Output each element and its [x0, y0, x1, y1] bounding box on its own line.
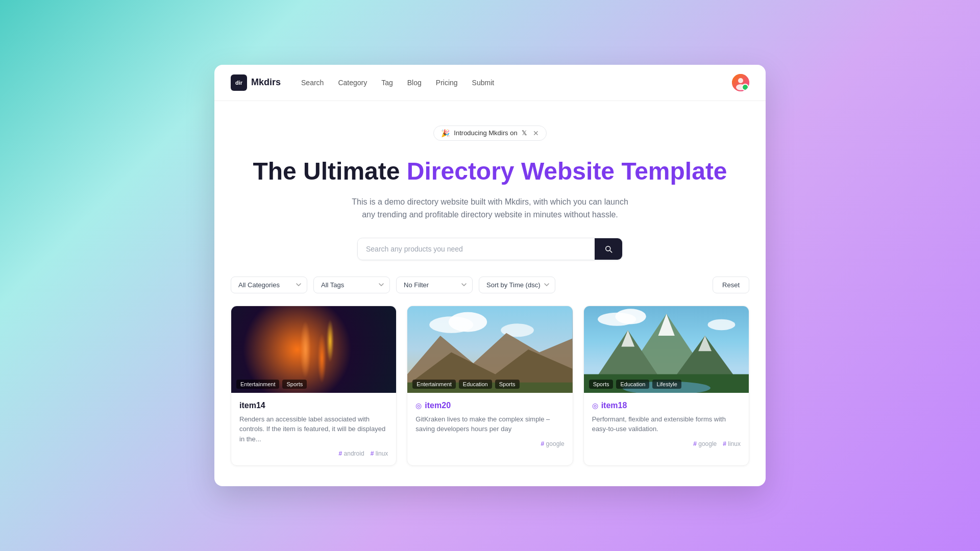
user-avatar[interactable] — [732, 74, 749, 91]
announcement-badge[interactable]: 🎉 Introducing Mkdirs on 𝕏 ✕ — [433, 126, 546, 141]
card-tag: Entertainment — [236, 380, 279, 389]
table-row[interactable]: Entertainment Education Sports ◎ item20 … — [407, 306, 573, 466]
logo[interactable]: dir Mkdirs — [231, 74, 281, 91]
card-footer-1: # android # linux — [239, 450, 388, 457]
card-image-wrap: Sports Education Lifestyle — [584, 306, 749, 393]
nav-tag[interactable]: Tag — [381, 79, 393, 87]
card-tag: Education — [616, 380, 649, 389]
card-desc-1: Renders an accessible label associated w… — [239, 414, 388, 444]
card-hashtag: # linux — [371, 450, 388, 457]
card-tag: Sports — [495, 380, 520, 389]
card-title-2: item20 — [425, 401, 451, 410]
hero-section: 🎉 Introducing Mkdirs on 𝕏 ✕ The Ultimate… — [214, 101, 766, 277]
search-icon — [604, 244, 613, 254]
hero-title-part1: The Ultimate — [253, 158, 406, 185]
search-bar — [357, 238, 623, 260]
table-row[interactable]: Entertainment Sports item14 Renders an a… — [231, 306, 397, 466]
card-footer-3: # google # linux — [592, 440, 741, 447]
main-nav: Search Category Tag Blog Pricing Submit — [301, 79, 732, 87]
card-body-2: ◎ item20 GitKraken lives to make the com… — [407, 393, 572, 456]
nav-category[interactable]: Category — [338, 79, 367, 87]
card-tag: Lifestyle — [652, 380, 681, 389]
card-tag: Sports — [589, 380, 614, 389]
card-title-row-1: item14 — [239, 401, 388, 410]
sort-filter[interactable]: Sort by Time (dsc) — [479, 277, 555, 293]
cards-grid: Entertainment Sports item14 Renders an a… — [214, 306, 766, 466]
hero-title-part2: Directory Website Template — [407, 158, 727, 185]
card-title-row-3: ◎ item18 — [592, 401, 741, 410]
search-input[interactable] — [358, 239, 595, 259]
hero-subtitle: This is a demo directory website built w… — [347, 195, 633, 221]
card-hashtag: # google — [693, 440, 717, 447]
card-tag: Education — [459, 380, 492, 389]
reset-button[interactable]: Reset — [713, 277, 749, 293]
card-hashtag: # linux — [723, 440, 741, 447]
card-tags-3: Sports Education Lifestyle — [589, 380, 681, 389]
category-filter[interactable]: All Categories — [231, 277, 307, 293]
close-icon[interactable]: ✕ — [533, 129, 539, 137]
main-window: dir Mkdirs Search Category Tag Blog Pric… — [214, 65, 766, 487]
announcement-text: Introducing Mkdirs on — [454, 129, 517, 137]
svg-point-5 — [449, 312, 487, 332]
header: dir Mkdirs Search Category Tag Blog Pric… — [214, 65, 766, 101]
card-tags-1: Entertainment Sports — [236, 380, 307, 389]
nav-pricing[interactable]: Pricing — [436, 79, 458, 87]
svg-point-1 — [738, 78, 743, 83]
card-tag: Sports — [282, 380, 307, 389]
svg-point-20 — [615, 309, 646, 324]
card-footer-2: # google — [415, 440, 564, 447]
card-title-3: item18 — [601, 401, 627, 410]
nav-submit[interactable]: Submit — [472, 79, 495, 87]
svg-point-2 — [736, 84, 745, 90]
status-filter[interactable]: No Filter — [396, 277, 473, 293]
header-right — [732, 74, 749, 91]
filters-row: All Categories All Tags No Filter Sort b… — [214, 277, 766, 293]
logo-text: Mkdirs — [251, 77, 281, 88]
hero-title: The Ultimate Directory Website Template — [235, 157, 745, 185]
card-hashtag: # android — [339, 450, 364, 457]
svg-point-21 — [707, 319, 735, 331]
nav-blog[interactable]: Blog — [407, 79, 422, 87]
tags-filter[interactable]: All Tags — [313, 277, 390, 293]
card-tag: Entertainment — [412, 380, 455, 389]
card-title-1: item14 — [239, 401, 265, 410]
table-row[interactable]: Sports Education Lifestyle ◎ item18 Perf… — [583, 306, 749, 466]
card-body-3: ◎ item18 Performant, flexible and extens… — [584, 393, 749, 456]
logo-icon: dir — [231, 74, 247, 91]
nav-search[interactable]: Search — [301, 79, 324, 87]
featured-icon: ◎ — [592, 402, 598, 410]
announcement-platform: 𝕏 — [522, 129, 527, 137]
card-hashtag: # google — [541, 440, 565, 447]
badge-emoji: 🎉 — [441, 129, 450, 137]
featured-icon: ◎ — [415, 402, 422, 410]
card-image-wrap: Entertainment Sports — [231, 306, 396, 393]
card-tags-2: Entertainment Education Sports — [412, 380, 519, 389]
card-desc-2: GitKraken lives to make the complex simp… — [415, 414, 564, 434]
card-title-row-2: ◎ item20 — [415, 401, 564, 410]
card-desc-3: Performant, flexible and extensible form… — [592, 414, 741, 434]
card-image-wrap: Entertainment Education Sports — [407, 306, 572, 393]
card-body-1: item14 Renders an accessible label assoc… — [231, 393, 396, 466]
search-button[interactable] — [595, 238, 622, 260]
